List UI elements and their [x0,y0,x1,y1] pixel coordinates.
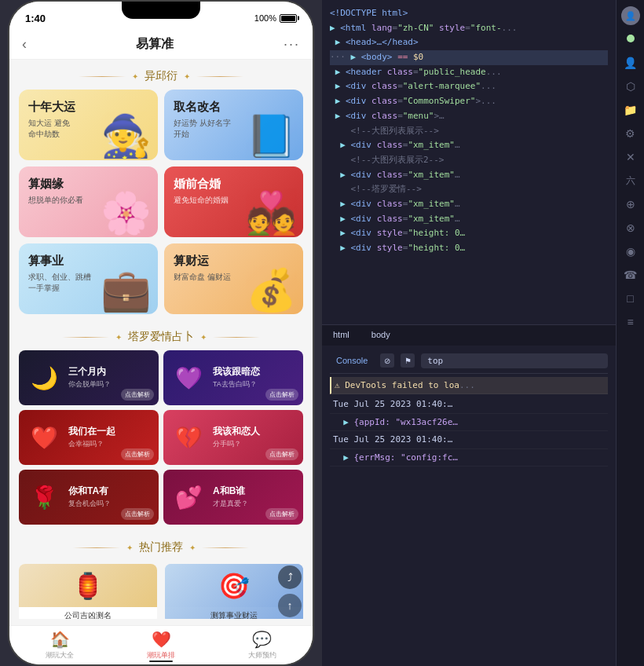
hot-item-company-label: 公司吉凶测名 [61,607,115,619]
console-log-obj-1[interactable]: ▶ {appId: "wx13acf26e… [330,414,608,432]
code-line-12[interactable]: ▶ <div class="xm_item"… [330,168,608,183]
tarot-btn-together[interactable]: 点击解析 [121,448,154,460]
more-button[interactable]: ··· [284,36,300,53]
code-line-1: <!DOCTYPE html> [330,6,608,21]
six-icon[interactable]: 六 [620,170,642,192]
menu-card-career-title: 算事业 [28,253,91,269]
tarot-card-truelove[interactable]: 💕 A和B谁 才是真爱？ 点击解析 [163,470,303,525]
circle-icon[interactable]: ◉ [620,240,642,262]
nav-icon-heart: ❤️ [152,630,171,649]
devtools-icons-panel: 👤 👤 ⬡ 📁 ⚙ ✕ 六 ⊕ ⊗ ◉ ☎ □ ≡ [616,0,644,666]
menu-card-marriage-figure: 🌸 [101,189,152,237]
menu-card-premarital[interactable]: 婚前合婚 避免短命的婚姻 💑 [164,166,303,237]
status-time: 1:40 [25,13,46,24]
code-line-5[interactable]: ▶ <header class="public_heade... [330,65,608,80]
nav-icon-master: 💬 [252,630,272,649]
section1-text: 异邱衍 [145,69,177,83]
code-line-2[interactable]: ▶ <html lang="zh-CN" style="font-... [330,21,608,36]
nav-item-all[interactable]: 🏠 潮玩大全 [9,627,111,664]
cube-icon[interactable]: ⬡ [620,75,642,97]
devtools-tab-body[interactable]: body [360,325,401,346]
code-line-6[interactable]: ▶ <div class="alert-marquee"... [330,79,608,94]
devtools-panel: <!DOCTYPE html> ▶ <html lang="zh-CN" sty… [322,0,644,666]
menu-card-career-figure: 💼 [101,266,152,314]
menu-card-naming[interactable]: 取名改名 好运势 从好名字开始 📘 [164,90,303,160]
code-line-17[interactable]: ▶ <div style="height: 0… [330,241,608,256]
section3-line-left [73,547,120,548]
tarot-text-crush: 我该跟暗恋 TA去告白吗？ [213,366,295,390]
settings-icon[interactable]: ⚙ [620,123,642,145]
code-line-13: <!--塔罗爱情--> [330,182,608,197]
menu-card-premarital-title: 婚前合婚 [174,176,229,192]
tarot-card-single[interactable]: 🌙 三个月内 你会脱单吗？ 点击解析 [19,350,159,405]
tarot-btn-single[interactable]: 点击解析 [121,389,154,401]
tarot-card-crush[interactable]: 💜 我该跟暗恋 TA去告白吗？ 点击解析 [163,350,303,405]
console-tab[interactable]: Console [330,354,374,367]
tarot-card-breakup[interactable]: 💔 我该和恋人 分手吗？ 点击解析 [163,410,303,465]
section3-title: ✦ 热门推荐 ✦ [9,531,313,561]
menu-card-career[interactable]: 算事业 求职、创业、跳槽一手掌握 💼 [19,243,158,314]
folder-icon[interactable]: 📁 [620,99,642,121]
close-icon[interactable]: ✕ [620,146,642,168]
menu-card-dayun[interactable]: 十年大运 知大运 避免命中劫数 🧙 [19,90,158,160]
menu-card-wealth-subtitle: 财富命盘 偏财运 [174,272,231,283]
nav-icon-all: 🏠 [50,630,70,649]
code-line-16[interactable]: ▶ <div style="height: 0… [330,226,608,241]
menu-card-dayun-text: 十年大运 知大运 避免命中劫数 [28,99,75,140]
person-icon[interactable]: 👤 [620,52,642,74]
code-line-8[interactable]: ▶ <div class="menu">… [330,109,608,124]
menu-card-dayun-figure: 🧙 [101,112,152,160]
back-button[interactable]: ‹ [22,36,27,53]
menu-card-dayun-subtitle: 知大运 避免命中劫数 [28,118,75,140]
code-line-14[interactable]: ▶ <div class="xm_item"… [330,197,608,212]
section2-text: 塔罗爱情占卜 [128,330,194,344]
avatar: 👤 [621,6,640,25]
section1-title: ✦ 异邱衍 ✦ [9,60,313,90]
menu-card-premarital-subtitle: 避免短命的婚姻 [174,195,229,206]
phone-icon[interactable]: ☎ [620,264,642,286]
devtools-tab-html[interactable]: html [322,325,360,346]
code-line-15[interactable]: ▶ <div class="xm_item"… [330,212,608,227]
console-log-area: ⚠ DevTools failed to loa... Tue Jul 25 2… [330,377,608,467]
square-icon[interactable]: □ [620,287,642,309]
tarot-btn-crush[interactable]: 点击解析 [265,389,298,401]
share-button[interactable]: ⤴ [278,565,302,589]
console-log-obj-2[interactable]: ▶ {errMsg: "config:fc… [330,449,608,467]
menu-card-premarital-figure: 💑 [246,189,297,237]
tarot-text-breakup: 我该和恋人 分手吗？ [213,426,295,450]
nav-item-master[interactable]: 💬 大师预约 [211,627,313,664]
code-line-7[interactable]: ▶ <div class="CommonSwiper">... [330,94,608,109]
section1-line-left [79,76,126,77]
menu-card-marriage[interactable]: 算姻缘 想脱单的你必看 🌸 [19,166,158,237]
console-input[interactable] [421,353,608,368]
code-line-10[interactable]: ▶ <div class="xm_item"… [330,138,608,153]
cross-circle-icon[interactable]: ⊗ [620,217,642,239]
devtools-tab-bar: html body [322,324,616,346]
tarot-card-together[interactable]: ❤️ 我们在一起 会幸福吗？ 点击解析 [19,410,159,465]
menu-grid: 十年大运 知大运 避免命中劫数 🧙 取名改名 好运势 从好名字开始 📘 算姻缘 … [9,90,313,320]
tarot-grid: 🌙 三个月内 你会脱单吗？ 点击解析 💜 我该跟暗恋 TA去告白吗？ 点击解析 … [9,350,313,531]
tarot-btn-reunion[interactable]: 点击解析 [121,508,154,520]
console-log-2: Tue Jul 25 2023 01:40:… [330,431,608,449]
tarot-figure-crush: 💜 [171,354,207,401]
console-clear-button[interactable]: ⊘ [380,353,394,368]
menu-card-wealth[interactable]: 算财运 财富命盘 偏财运 💰 [164,243,303,314]
code-line-4[interactable]: ··· ▶ <body> == $0 [330,50,608,65]
tarot-btn-breakup[interactable]: 点击解析 [265,448,298,460]
hot-items: 🏮 公司吉凶测名 🎯 测算事业财运 [9,561,313,619]
tarot-text-truelove: A和B谁 才是真爱？ [213,485,295,510]
tarot-btn-truelove[interactable]: 点击解析 [265,508,298,520]
menu-card-wealth-title: 算财运 [174,253,231,269]
scroll-top-button[interactable]: ↑ [278,594,302,617]
plus-circle-icon[interactable]: ⊕ [620,193,642,215]
status-right: 100% [254,13,297,23]
hot-item-company[interactable]: 🏮 公司吉凶测名 [19,564,157,619]
menu-icon[interactable]: ≡ [620,311,642,333]
devtools-code: <!DOCTYPE html> ▶ <html lang="zh-CN" sty… [322,0,616,324]
code-line-3[interactable]: ▶ <head>…</head> [330,35,608,50]
nav-item-heart[interactable]: ❤️ 潮玩单排 [111,627,212,664]
console-filter-button[interactable]: ⚑ [401,353,415,368]
tarot-card-reunion[interactable]: 🌹 你和TA有 复合机会吗？ 点击解析 [19,470,159,525]
section2-title: ✦ 塔罗爱情占卜 ✦ [9,320,313,350]
nav-label-heart: 潮玩单排 [147,650,175,661]
